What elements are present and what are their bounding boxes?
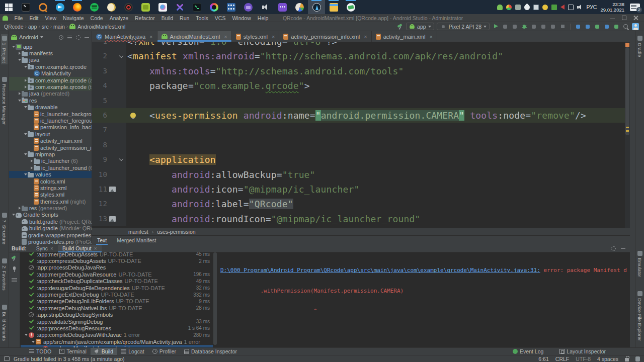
- firefox-app[interactable]: [68, 0, 86, 14]
- tool-window-button-event-log[interactable]: Event Log: [509, 348, 547, 355]
- tree-expand-arrow[interactable]: [24, 334, 29, 336]
- tool-window-button-terminal[interactable]: Terminal: [55, 348, 91, 355]
- search-app[interactable]: [34, 0, 51, 14]
- breadcrumb-element[interactable]: uses-permission: [157, 229, 195, 235]
- search-doc-tray-icon[interactable]: [533, 5, 539, 10]
- chrome-tray-icon[interactable]: [506, 5, 512, 10]
- hammer-icon[interactable]: [11, 255, 18, 261]
- apply-changes-icon[interactable]: [502, 23, 509, 30]
- display-tray-icon[interactable]: [568, 5, 574, 10]
- tree-item-permission-info-background-xml[interactable]: permission_info_background.xml: [9, 124, 92, 131]
- menu-file[interactable]: File: [11, 15, 26, 21]
- device-manager-icon[interactable]: [575, 23, 582, 30]
- tree-item-drawable[interactable]: drawable: [9, 104, 92, 111]
- menu-analyze[interactable]: Analyze: [106, 15, 131, 21]
- tree-item-ic-launcher[interactable]: ic_launcher (6): [9, 158, 92, 164]
- tool-button-device-file-explorer[interactable]: Device File Explorer: [636, 290, 643, 342]
- close-tab-icon[interactable]: ×: [94, 246, 97, 251]
- tree-item-build-gradle[interactable]: build.gradle (Project: QRcode): [9, 218, 92, 225]
- menu-help[interactable]: Help: [254, 15, 272, 21]
- breadcrumb-item[interactable]: QRcode: [4, 24, 24, 30]
- tree-item-proguard-rules-pro[interactable]: proguard-rules.pro (ProGuard Rules for: [9, 238, 92, 245]
- editor-tab-styles-xml[interactable]: styles.xml×: [232, 31, 280, 42]
- close-button[interactable]: [633, 16, 638, 20]
- run-coverage-icon[interactable]: [511, 23, 518, 30]
- discord-tray-icon[interactable]: [515, 5, 521, 10]
- tree-item-com-example-qrcode[interactable]: com.example.qrcode (androidTest): [9, 77, 92, 83]
- tree-item-ic-launcher-background-xml[interactable]: ic_launcher_background.xml: [9, 111, 92, 117]
- build-task-row[interactable]: :app:mergeDebugNativeLibsUP-TO-DATE28 ms: [21, 305, 213, 311]
- code-line-10[interactable]: 10 android:allowBackup="true": [92, 167, 630, 182]
- tool-window-button-profiler[interactable]: Profiler: [148, 348, 180, 355]
- fold-arrow-icon[interactable]: [117, 159, 125, 160]
- tree-item-java[interactable]: java: [9, 57, 92, 63]
- tool-button-build-variants[interactable]: Build Variants: [1, 303, 8, 342]
- telegram-app[interactable]: [51, 0, 68, 14]
- error-file-link[interactable]: D:\000 Program\Android Program\QRcode\ap…: [220, 267, 540, 274]
- tree-expand-arrow[interactable]: [23, 66, 28, 68]
- menu-build[interactable]: Build: [158, 15, 176, 21]
- menu-view[interactable]: View: [42, 15, 60, 21]
- close-tab-icon[interactable]: ×: [50, 246, 53, 251]
- build-task-row[interactable]: !:app:compileDebugJavaWithJavac1 error28…: [21, 332, 213, 338]
- chat-app[interactable]: [274, 0, 291, 14]
- run-config-select[interactable]: app: [406, 23, 434, 30]
- build-task-row[interactable]: app/src/main/java/com/example/qrcode/Mai…: [21, 338, 213, 345]
- sync-project-icon[interactable]: [594, 23, 601, 30]
- tree-expand-arrow[interactable]: [17, 100, 22, 102]
- build-task-row[interactable]: :app:validateSigningDebug33 ms: [21, 318, 213, 325]
- warning-stripe-mark[interactable]: [626, 130, 629, 132]
- caret-position[interactable]: 6:61: [538, 356, 548, 362]
- tree-item-ic-launcher-foreground-xml[interactable]: ic_launcher_foreground.xml (v24): [9, 117, 92, 124]
- close-tab-icon[interactable]: ×: [224, 34, 227, 40]
- code-line-12[interactable]: 12 android:label="QRcode": [92, 197, 630, 211]
- stop-icon[interactable]: [559, 23, 566, 30]
- tool-button-emulator[interactable]: Emulator: [636, 249, 643, 279]
- logcat-window-icon[interactable]: [584, 23, 591, 30]
- build-task-row[interactable]: :app:checkDebugDuplicateClassesUP-TO-DAT…: [21, 278, 213, 285]
- tree-expand-arrow[interactable]: [23, 153, 28, 155]
- intention-bulb-icon[interactable]: [130, 113, 136, 118]
- tree-expand-arrow[interactable]: [17, 207, 22, 210]
- tree-item-java[interactable]: java (generated): [9, 90, 92, 97]
- filter-icon[interactable]: [11, 277, 18, 284]
- tree-item-manifests[interactable]: manifests: [9, 50, 92, 56]
- tree-item-gradle-wrapper-properties[interactable]: gradle-wrapper.properties (Gradle Versio: [9, 232, 92, 238]
- breadcrumb-element[interactable]: manifest: [128, 229, 148, 235]
- code-line-6[interactable]: 6 <uses-permission android:name="android…: [92, 108, 630, 123]
- tool-window-button-layout-inspector[interactable]: Layout Inspector: [555, 348, 610, 355]
- tool-window-button-todo[interactable]: TODO: [25, 348, 55, 355]
- build-task-row[interactable]: :app:processDebugJavaRes: [21, 264, 213, 271]
- panels-app[interactable]: [222, 0, 239, 14]
- close-tab-icon[interactable]: ×: [149, 34, 152, 40]
- android-app[interactable]: [137, 0, 154, 14]
- breadcrumb-item[interactable]: src: [42, 24, 49, 30]
- tree-item-mipmap[interactable]: mipmap: [9, 151, 92, 157]
- file-encoding[interactable]: UTF-8: [576, 356, 591, 362]
- editor-tab-activity-permission-info-xml[interactable]: activity_permission_info.xml×: [279, 31, 371, 42]
- volume-app[interactable]: [257, 0, 274, 14]
- arrow-tray-icon[interactable]: [560, 5, 565, 10]
- tool-window-button-logcat[interactable]: Logcat: [117, 348, 148, 355]
- build-task-row[interactable]: :app:mergeDebugJavaResourceUP-TO-DATE196…: [21, 271, 213, 278]
- start-app[interactable]: [0, 0, 17, 14]
- terminal-app[interactable]: [17, 0, 34, 14]
- tree-item-layout[interactable]: layout: [9, 131, 92, 137]
- tree-item-gradle-scripts[interactable]: Gradle Scripts: [9, 212, 92, 218]
- pin-icon[interactable]: [11, 266, 18, 273]
- collapse-icon[interactable]: [67, 35, 72, 40]
- gallery-app[interactable]: [154, 0, 171, 14]
- tool-button-2-favorites[interactable]: 2: Favorites: [1, 257, 8, 292]
- editor-scrollbar[interactable]: [625, 42, 630, 228]
- inspection-indicator-icon[interactable]: [625, 43, 629, 47]
- android-studio-app[interactable]: [308, 0, 325, 14]
- android-tray-icon[interactable]: [497, 5, 503, 10]
- maximize-button[interactable]: [622, 16, 626, 20]
- profile-avatar[interactable]: [632, 23, 639, 30]
- drop-tray-icon[interactable]: [523, 3, 531, 11]
- code-line-5[interactable]: 5: [92, 94, 630, 108]
- tree-expand-arrow[interactable]: [17, 92, 22, 95]
- editor-code-area[interactable]: 1<?xml version="1.0" encoding="utf-8"?>2…: [92, 42, 630, 228]
- tree-item-strings-xml[interactable]: strings.xml: [9, 185, 92, 191]
- device-select[interactable]: Pixel 2 API 28: [437, 23, 490, 30]
